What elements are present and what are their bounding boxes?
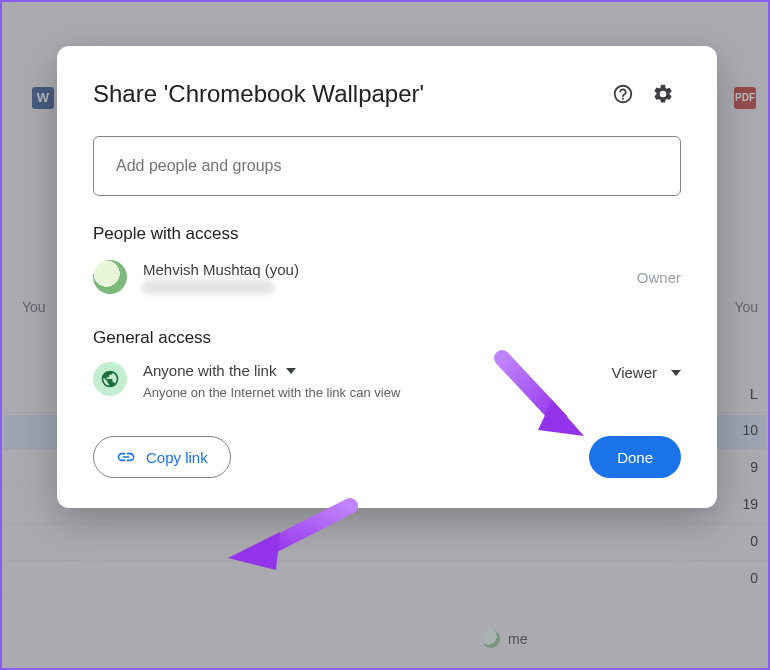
person-name: Mehvish Mushtaq (you)	[143, 261, 637, 278]
chevron-down-icon	[671, 370, 681, 376]
user-avatar-icon	[93, 260, 127, 294]
permission-dropdown[interactable]: Viewer	[611, 364, 681, 381]
person-email-blurred	[143, 280, 273, 294]
chevron-down-icon	[286, 368, 296, 374]
person-role: Owner	[637, 269, 681, 286]
add-people-input[interactable]	[93, 136, 681, 196]
settings-icon[interactable]	[645, 76, 681, 112]
help-icon[interactable]	[605, 76, 641, 112]
general-access-heading: General access	[93, 328, 681, 348]
access-scope-dropdown[interactable]: Anyone with the link	[143, 362, 611, 379]
access-person-row: Mehvish Mushtaq (you) Owner	[93, 260, 681, 294]
copy-link-button[interactable]: Copy link	[93, 436, 231, 478]
permission-label: Viewer	[611, 364, 657, 381]
copy-link-label: Copy link	[146, 449, 208, 466]
link-icon	[116, 447, 136, 467]
globe-icon	[93, 362, 127, 396]
access-description: Anyone on the Internet with the link can…	[143, 385, 611, 400]
done-button[interactable]: Done	[589, 436, 681, 478]
share-dialog: Share 'Chromebook Wallpaper' People with…	[57, 46, 717, 508]
dialog-title: Share 'Chromebook Wallpaper'	[93, 80, 601, 108]
access-scope-label: Anyone with the link	[143, 362, 276, 379]
people-with-access-heading: People with access	[93, 224, 681, 244]
